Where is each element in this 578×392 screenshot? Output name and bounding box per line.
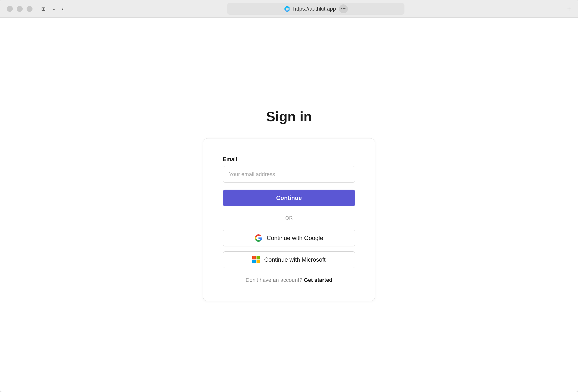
traffic-lights bbox=[7, 6, 33, 12]
google-signin-button[interactable]: Continue with Google bbox=[223, 230, 355, 246]
browser-content: Sign in Email Continue OR bbox=[0, 18, 578, 392]
browser-titlebar: ⊞ ⌄ ‹ 🌐 https://authkit.app ••• + bbox=[0, 0, 578, 18]
microsoft-button-label: Continue with Microsoft bbox=[264, 256, 325, 263]
email-label: Email bbox=[223, 156, 355, 162]
plus-icon: + bbox=[567, 5, 571, 12]
signup-prompt: Don't have an account? Get started bbox=[223, 277, 355, 283]
address-text: https://authkit.app bbox=[293, 6, 336, 12]
google-icon bbox=[255, 234, 262, 242]
new-tab-button[interactable]: + bbox=[567, 5, 571, 13]
address-bar[interactable]: 🌐 https://authkit.app ••• bbox=[227, 3, 404, 15]
divider-line-right bbox=[298, 218, 355, 218]
globe-icon: 🌐 bbox=[284, 6, 290, 12]
email-input[interactable] bbox=[223, 166, 355, 183]
more-menu-icon: ••• bbox=[341, 6, 346, 11]
microsoft-signin-button[interactable]: Continue with Microsoft bbox=[223, 251, 355, 268]
traffic-light-close[interactable] bbox=[7, 6, 13, 12]
page-container: Sign in Email Continue OR bbox=[0, 89, 578, 321]
sidebar-toggle-button[interactable]: ⊞ bbox=[39, 6, 47, 12]
google-button-label: Continue with Google bbox=[267, 235, 323, 241]
more-menu-button[interactable]: ••• bbox=[339, 4, 348, 13]
divider-text: OR bbox=[285, 215, 293, 221]
address-bar-container: 🌐 https://authkit.app ••• bbox=[75, 3, 557, 15]
chevron-down-icon[interactable]: ⌄ bbox=[52, 6, 56, 12]
ms-square-green bbox=[256, 256, 260, 259]
ms-square-blue bbox=[252, 260, 256, 264]
page-title: Sign in bbox=[266, 109, 312, 124]
ms-square-yellow bbox=[256, 260, 260, 264]
browser-window: ⊞ ⌄ ‹ 🌐 https://authkit.app ••• + Sign i… bbox=[0, 0, 578, 392]
sign-in-card: Email Continue OR bbox=[203, 138, 375, 301]
get-started-link[interactable]: Get started bbox=[304, 277, 332, 283]
sidebar-toggle-icon: ⊞ bbox=[41, 6, 46, 12]
divider-line-left bbox=[223, 218, 280, 218]
email-form-group: Email bbox=[223, 156, 355, 183]
microsoft-icon bbox=[252, 256, 260, 263]
traffic-light-fullscreen[interactable] bbox=[27, 6, 33, 12]
ms-square-red bbox=[252, 256, 256, 259]
back-button[interactable]: ‹ bbox=[61, 4, 65, 13]
divider: OR bbox=[223, 215, 355, 221]
continue-button[interactable]: Continue bbox=[223, 190, 355, 206]
traffic-light-minimize[interactable] bbox=[17, 6, 23, 12]
browser-controls: ⊞ ⌄ ‹ bbox=[39, 4, 65, 13]
